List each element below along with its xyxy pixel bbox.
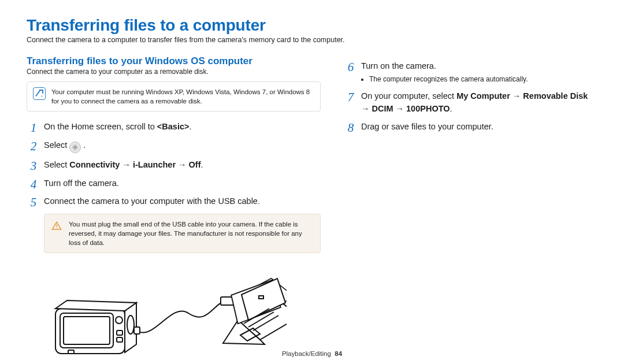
column-left: Transferring files to your Windows OS co… (27, 55, 321, 364)
step-3-bold: Connectivity → i-Launcher → Off (69, 160, 200, 169)
warning-icon (50, 220, 63, 232)
settings-icon (69, 142, 81, 153)
usb-illustration (27, 267, 321, 364)
step-6-sub-1: The computer recognizes the camera autom… (369, 74, 597, 84)
column-right: Turn on the camera. The computer recogni… (344, 55, 597, 364)
section-heading: Transferring files to your Windows OS co… (27, 55, 321, 67)
step-6: Turn on the camera. The computer recogni… (344, 60, 597, 84)
footer-section: Playback/Editing (282, 350, 331, 357)
svg-rect-12 (134, 327, 140, 334)
step-2: Select . (27, 139, 321, 153)
step-3-text-a: Select (44, 160, 69, 169)
step-5: Connect the camera to your computer with… (27, 195, 321, 208)
step-2-text-b: . (81, 140, 86, 150)
warning-text: You must plug the small end of the USB c… (69, 220, 313, 247)
step-8: Drag or save files to your computer. (344, 121, 597, 133)
note-callout: Your computer must be running Windows XP… (27, 81, 321, 112)
section-sub: Connect the camera to your computer as a… (27, 68, 321, 76)
note-text: Your computer must be running Windows XP… (51, 87, 313, 106)
step-1-bold: <Basic> (157, 122, 190, 131)
step-1: On the Home screen, scroll to <Basic>. (27, 121, 321, 133)
svg-point-0 (42, 96, 43, 97)
step-2-text-a: Select (44, 140, 69, 150)
step-3: Select Connectivity → i-Launcher → Off. (27, 159, 321, 172)
note-icon (33, 87, 46, 100)
step-1-text-a: On the Home screen, scroll to (44, 122, 157, 131)
page-title: Transferring files to a computer (27, 16, 597, 35)
content-columns: Transferring files to your Windows OS co… (27, 55, 597, 364)
step-6-sub: The computer recognizes the camera autom… (369, 74, 597, 84)
page-intro: Connect the camera to a computer to tran… (27, 36, 597, 44)
svg-point-1 (75, 146, 76, 148)
step-7-text-a: On your computer, select (361, 91, 456, 101)
svg-point-3 (56, 228, 57, 229)
warning-callout: You must plug the small end of the USB c… (44, 214, 321, 253)
steps-list-right: Turn on the camera. The computer recogni… (344, 60, 597, 133)
step-6-text: Turn on the camera. (361, 61, 436, 70)
svg-rect-6 (64, 317, 110, 344)
step-4: Turn off the camera. (27, 177, 321, 190)
steps-list-left: On the Home screen, scroll to <Basic>. S… (27, 121, 321, 208)
step-1-text-c: . (189, 122, 191, 131)
step-7-text-c: . (450, 104, 452, 113)
step-3-text-c: . (201, 160, 203, 169)
step-7: On your computer, select My Computer → R… (344, 90, 597, 116)
page-footer: Playback/Editing 84 (0, 350, 624, 357)
footer-page-number: 84 (335, 350, 342, 357)
